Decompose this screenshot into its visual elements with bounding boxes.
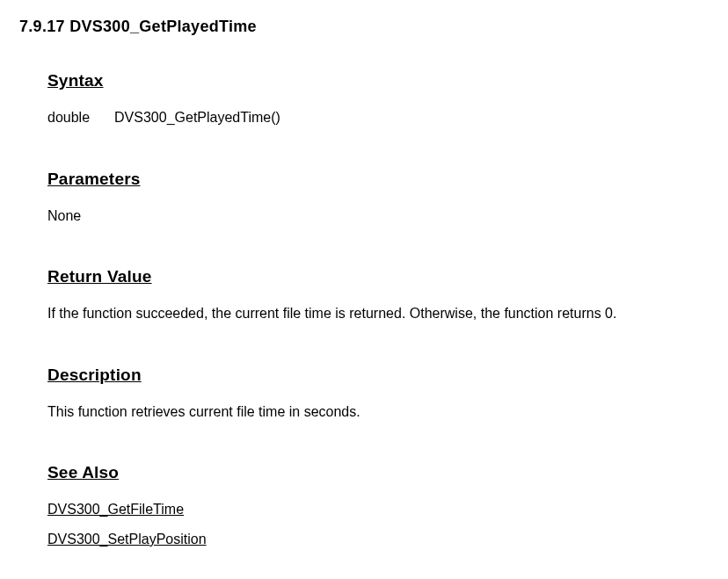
see-also-link[interactable]: DVS300_GetFileTime	[47, 495, 709, 525]
syntax-heading: Syntax	[47, 71, 709, 90]
syntax-block: Syntax doubleDVS300_GetPlayedTime()	[47, 71, 709, 133]
return-value-text: If the function succeeded, the current f…	[47, 299, 709, 329]
return-value-heading: Return Value	[47, 267, 709, 286]
content-container: Syntax doubleDVS300_GetPlayedTime() Para…	[19, 71, 709, 554]
parameters-block: Parameters None	[47, 170, 709, 231]
see-also-block: See Also DVS300_GetFileTime DVS300_SetPl…	[47, 463, 709, 554]
return-value-block: Return Value If the function succeeded, …	[47, 267, 709, 329]
see-also-heading: See Also	[47, 463, 709, 482]
description-text: This function retrieves current file tim…	[47, 397, 709, 427]
section-title: 7.9.17 DVS300_GetPlayedTime	[19, 18, 709, 36]
syntax-return-type: double	[47, 110, 90, 125]
syntax-signature: DVS300_GetPlayedTime()	[114, 110, 280, 125]
see-also-link[interactable]: DVS300_SetPlayPosition	[47, 525, 709, 554]
parameters-heading: Parameters	[47, 170, 709, 189]
description-block: Description This function retrieves curr…	[47, 365, 709, 427]
parameters-text: None	[47, 201, 709, 231]
syntax-declaration: doubleDVS300_GetPlayedTime()	[47, 103, 709, 133]
description-heading: Description	[47, 365, 709, 385]
